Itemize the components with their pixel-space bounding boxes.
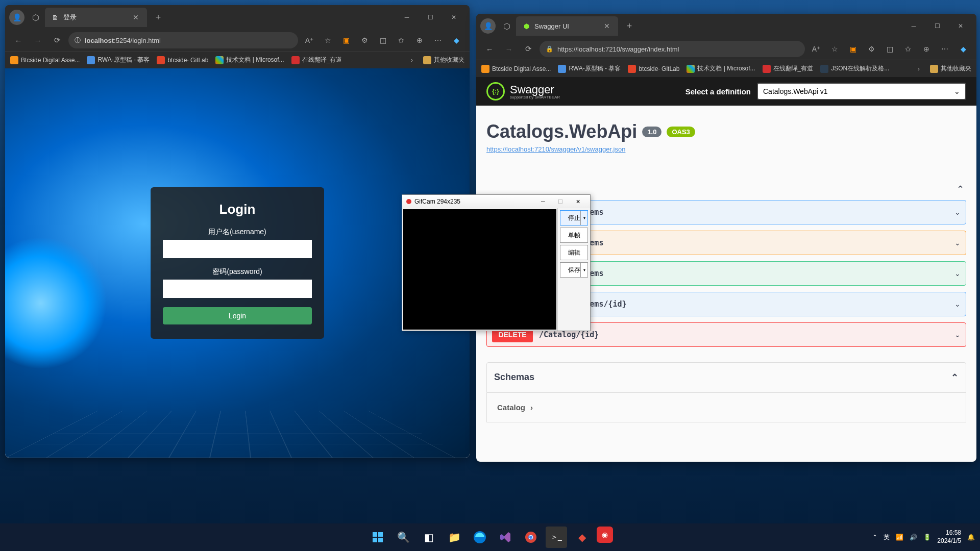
stop-button[interactable]: 停止▾ <box>560 210 588 226</box>
battery-icon[interactable]: 🔋 <box>923 534 931 541</box>
bookmark-item[interactable]: 技术文档 | Microsof... <box>687 64 755 73</box>
forward-button[interactable]: → <box>501 41 517 57</box>
reading-mode-icon[interactable]: A⁺ <box>301 32 317 48</box>
save-button[interactable]: 保存▾ <box>560 262 588 278</box>
page-content: Login 用户名(username) 密码(password) Login <box>5 68 470 458</box>
split-icon[interactable]: ◫ <box>881 41 898 57</box>
favorite-icon[interactable]: ☆ <box>826 41 843 57</box>
terminal-icon[interactable]: ＞_ <box>546 527 567 548</box>
maximize-button[interactable]: ☐ <box>419 8 442 27</box>
url-input[interactable]: ⓘ localhost:5254/login.html <box>68 32 298 48</box>
maximize-button[interactable]: ☐ <box>925 16 949 36</box>
copilot-icon[interactable]: ◆ <box>448 32 464 48</box>
favorite-icon[interactable]: ☆ <box>320 32 336 48</box>
time-text: 16:58 <box>937 529 961 537</box>
profile-icon[interactable]: 👤 <box>9 10 24 25</box>
bookmark-item[interactable]: 在线翻译_有道 <box>763 64 814 73</box>
back-button[interactable]: ← <box>10 32 27 48</box>
gifcam-titlebar[interactable]: GifCam 294x235 ─ ☐ ✕ <box>402 195 590 208</box>
minimize-button[interactable]: ─ <box>902 16 925 36</box>
wifi-icon[interactable]: 📶 <box>896 534 903 541</box>
minimize-button[interactable]: ─ <box>395 8 419 27</box>
bookmark-item[interactable]: 在线翻译_有道 <box>291 56 342 64</box>
bookmark-item[interactable]: btcside· GitLab <box>628 65 679 73</box>
ext-icon-1[interactable]: ▣ <box>338 32 354 48</box>
workspace-icon[interactable]: ⬡ <box>29 10 43 24</box>
recorder-icon[interactable]: ◉ <box>597 527 613 543</box>
model-row[interactable]: Catalog › <box>497 403 955 412</box>
new-tab-button[interactable]: + <box>621 18 638 34</box>
tab-swagger[interactable]: ⬢ Swagger UI ✕ <box>516 16 618 36</box>
taskview-icon[interactable]: ◧ <box>418 527 439 548</box>
clock[interactable]: 16:58 2024/1/5 <box>937 529 961 545</box>
tab-login[interactable]: 🗎 登录 ✕ <box>45 8 147 27</box>
favorites-icon[interactable]: ✩ <box>900 41 916 57</box>
collections-icon[interactable]: ⊕ <box>411 32 428 48</box>
schemas-header[interactable]: Schemas ⌃ <box>486 362 966 393</box>
schemas-title: Schemas <box>494 372 534 383</box>
split-icon[interactable]: ◫ <box>375 32 391 48</box>
close-button[interactable]: ✕ <box>570 196 586 207</box>
start-button[interactable] <box>367 527 388 548</box>
url-input[interactable]: 🔒 https://localhost:7210/swagger/index.h… <box>540 41 805 57</box>
swagger-json-link[interactable]: https://localhost:7210/swagger/v1/swagge… <box>486 145 966 153</box>
model-name: Catalog <box>497 403 525 412</box>
bookmark-overflow-icon[interactable]: › <box>918 65 920 72</box>
tray-overflow-icon[interactable]: ⌃ <box>872 534 877 541</box>
edge-icon[interactable] <box>469 527 491 548</box>
app-icon[interactable]: ◆ <box>571 527 593 548</box>
bookmark-item[interactable]: 技术文档 | Microsof... <box>215 56 284 64</box>
info-icon: ⓘ <box>75 36 81 45</box>
operation-path: /Catalog/{id} <box>539 330 599 339</box>
bookmark-icon <box>291 56 300 64</box>
login-button[interactable]: Login <box>163 307 312 324</box>
visualstudio-icon[interactable] <box>495 527 516 548</box>
password-input[interactable] <box>163 280 312 298</box>
other-favorites[interactable]: 其他收藏夹 <box>423 56 464 64</box>
bookmark-item[interactable]: JSON在线解析及格... <box>820 64 889 73</box>
bookmark-item[interactable]: RWA-原型稿 - 摹客 <box>87 56 150 64</box>
bookmark-item[interactable]: RWA-原型稿 - 摹客 <box>558 64 621 73</box>
new-tab-button[interactable]: + <box>150 9 166 26</box>
collections-icon[interactable]: ⊕ <box>918 41 935 57</box>
maximize-button[interactable]: ☐ <box>552 196 569 207</box>
explorer-icon[interactable]: 📁 <box>444 527 465 548</box>
notifications-icon[interactable]: 🔔 <box>967 534 975 541</box>
minimize-button[interactable]: ─ <box>535 196 551 207</box>
chrome-icon[interactable] <box>520 527 542 548</box>
bookmark-item[interactable]: btcside· GitLab <box>157 56 208 64</box>
close-tab-icon[interactable]: ✕ <box>131 13 141 21</box>
more-icon[interactable]: ⋯ <box>430 32 446 48</box>
other-favorites[interactable]: 其他收藏夹 <box>930 64 971 73</box>
username-input[interactable] <box>163 240 312 258</box>
bookmark-item[interactable]: Btcside Digital Asse... <box>481 65 551 73</box>
chevron-up-icon: ⌃ <box>957 184 964 195</box>
edit-button[interactable]: 编辑 <box>560 245 588 260</box>
gifcam-panel: 停止▾ 单帧 编辑 保存▾ <box>557 208 590 331</box>
bookmark-item[interactable]: Btcside Digital Asse... <box>10 56 80 64</box>
volume-icon[interactable]: 🔊 <box>910 534 917 541</box>
search-icon[interactable]: 🔍 <box>393 527 414 548</box>
extensions-icon[interactable]: ⚙ <box>863 41 879 57</box>
ext-icon-1[interactable]: ▣ <box>845 41 861 57</box>
close-tab-icon[interactable]: ✕ <box>602 22 612 30</box>
definition-select[interactable]: Catalogs.WebApi v1 ⌄ <box>757 83 966 100</box>
more-icon[interactable]: ⋯ <box>937 41 953 57</box>
bookmark-overflow-icon[interactable]: › <box>411 57 413 64</box>
favorites-icon[interactable]: ✩ <box>393 32 409 48</box>
ime-indicator[interactable]: 英 <box>884 533 890 542</box>
forward-button[interactable]: → <box>30 32 46 48</box>
dropdown-icon[interactable]: ▾ <box>580 263 587 277</box>
workspace-icon[interactable]: ⬡ <box>500 19 514 33</box>
frame-button[interactable]: 单帧 <box>560 228 588 243</box>
refresh-button[interactable]: ⟳ <box>49 32 65 48</box>
close-button[interactable]: ✕ <box>442 8 465 27</box>
back-button[interactable]: ← <box>481 41 498 57</box>
extensions-icon[interactable]: ⚙ <box>356 32 373 48</box>
refresh-button[interactable]: ⟳ <box>520 41 536 57</box>
close-button[interactable]: ✕ <box>949 16 972 36</box>
reading-mode-icon[interactable]: A⁺ <box>808 41 824 57</box>
copilot-icon[interactable]: ◆ <box>955 41 971 57</box>
profile-icon[interactable]: 👤 <box>480 18 496 34</box>
dropdown-icon[interactable]: ▾ <box>580 211 587 225</box>
